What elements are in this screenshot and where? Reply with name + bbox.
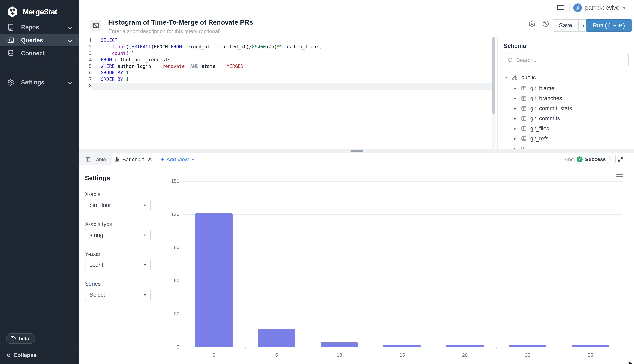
tab-bar-chart[interactable]: Bar chart ✕ — [112, 153, 154, 166]
query-title[interactable]: Histogram of Time-To-Merge of Renovate P… — [108, 18, 253, 26]
save-button[interactable]: Save — [553, 20, 578, 31]
resize-handle[interactable] — [350, 150, 364, 152]
close-tab-icon[interactable]: ✕ — [148, 156, 152, 163]
save-split-button: Save ▾ — [552, 19, 589, 32]
user-menu-caret-icon[interactable]: ▾ — [623, 5, 626, 11]
code-line-5[interactable]: WHERE author_login = 'renovate' AND stat… — [101, 63, 246, 70]
line-number: 2 — [80, 44, 92, 50]
schema-search-input[interactable] — [516, 57, 625, 63]
caret-right-icon[interactable]: ▸ — [514, 106, 521, 111]
plus-icon: + — [161, 156, 164, 163]
add-view-button[interactable]: + Add View ▾ — [161, 153, 194, 166]
sidebar-item-label: Queries — [21, 37, 66, 44]
gridline — [182, 248, 622, 248]
line-number: 5 — [80, 63, 92, 70]
sql-editor[interactable]: 12345678 SELECT floor((EXTRACT(EPOCH FRO… — [79, 36, 497, 149]
caret-down-icon[interactable]: ▾ — [505, 75, 512, 80]
code-line-2[interactable]: floor((EXTRACT(EPOCH FROM merged_at - cr… — [101, 44, 322, 50]
select-x-axis[interactable]: bin_floor▾ — [85, 199, 150, 212]
query-description-placeholder[interactable]: Enter a short description for this query… — [108, 28, 221, 34]
x-axis-tick — [245, 347, 246, 350]
tab-bar-chart-label: Bar chart — [122, 156, 144, 162]
sql-token — [221, 64, 224, 69]
collapse-sidebar-button[interactable]: « Collapse — [6, 352, 37, 358]
documentation-book-icon[interactable] — [557, 4, 564, 12]
x-axis-line — [182, 347, 622, 348]
code-line-3[interactable]: count(*) — [101, 50, 134, 56]
caret-right-icon[interactable]: ▸ — [514, 96, 521, 101]
gear-icon — [7, 79, 14, 86]
schema-node-label: public — [521, 74, 536, 80]
bar-25 — [509, 345, 546, 347]
code-line-4[interactable]: FROM github_pull_requests — [101, 56, 171, 63]
query-settings-gear-icon[interactable] — [528, 20, 536, 28]
code-line-7[interactable]: ORDER BY 1 — [101, 76, 129, 82]
schema-table-git_commits[interactable]: ▸git_commits — [498, 114, 634, 124]
tab-table[interactable]: Table — [79, 153, 112, 166]
line-number: 4 — [80, 56, 92, 63]
terminal-icon — [93, 22, 99, 29]
editor-scrollbar-thumb[interactable] — [492, 37, 495, 114]
sql-token: SELECT — [101, 38, 118, 43]
select-caret-icon: ▾ — [144, 263, 146, 268]
schema-table-git_branches[interactable]: ▸git_branches — [498, 93, 634, 103]
sql-token: - — [213, 44, 216, 50]
expand-arrows-icon — [618, 156, 623, 162]
schema-table-git_refs[interactable]: ▸git_refs — [498, 134, 634, 144]
code-line-6[interactable]: GROUP BY 1 — [101, 70, 129, 76]
sidebar-item-connect[interactable]: Connect — [0, 47, 79, 60]
y-axis-tick-label: 30 — [158, 311, 180, 316]
avatar[interactable] — [573, 4, 582, 12]
gridline — [182, 314, 622, 314]
sidebar-item-repos[interactable]: Repos — [0, 21, 79, 34]
bar-chart-view: 0306090120150051015202535 — [157, 166, 634, 364]
topbar-separator — [569, 4, 570, 12]
select-y-axis[interactable]: count▾ — [85, 259, 150, 271]
expand-results-button[interactable] — [616, 154, 625, 164]
user-menu[interactable]: patrickdevivo — [585, 4, 620, 11]
caret-right-icon[interactable]: ▸ — [514, 116, 521, 121]
active-line-highlight — [92, 83, 492, 90]
schema-table-git_files[interactable]: ▸git_files — [498, 124, 634, 134]
sql-token: floor — [112, 44, 126, 50]
sidebar-item-settings[interactable]: Settings — [0, 76, 79, 89]
run-button[interactable]: Run (⇧ + ↵) — [586, 19, 632, 32]
caret-right-icon[interactable]: ▸ — [514, 126, 521, 131]
sql-token: * — [277, 44, 280, 50]
schema-table-label: git_refs — [530, 136, 548, 142]
select-caret-icon: ▾ — [144, 233, 146, 238]
schema-table-label: git_commits — [530, 115, 560, 122]
schema-table-git_blame[interactable]: ▸git_blame — [498, 83, 634, 93]
table-icon — [521, 106, 527, 111]
chart-menu-icon[interactable] — [616, 174, 623, 178]
caret-right-icon[interactable]: ▸ — [514, 136, 521, 141]
x-axis-tick-label: 35 — [575, 352, 606, 358]
query-history-icon[interactable] — [542, 20, 550, 28]
beta-label: beta — [19, 336, 29, 342]
sql-token: GROUP BY — [101, 70, 123, 76]
sidebar-item-queries[interactable]: Queries — [0, 34, 79, 47]
schema-search-box — [504, 53, 629, 67]
status-badge: ✓ Success — [574, 155, 611, 164]
schema-node-public[interactable]: ▾public — [498, 72, 634, 83]
caret-right-icon[interactable]: ▸ — [514, 86, 521, 90]
schema-table-clipped[interactable]: ▸ — [498, 144, 634, 149]
sql-token: as — [286, 44, 291, 50]
caret-right-icon[interactable]: ▸ — [514, 146, 521, 149]
sql-token: EXTRACT — [132, 44, 151, 50]
sidebar-nav: ReposQueriesConnectSettings — [0, 21, 79, 89]
sql-token: bin_floor, — [291, 44, 322, 50]
brand-logo[interactable]: MergeStat — [6, 6, 57, 18]
pane-resize-divider[interactable] — [79, 149, 634, 153]
sql-token: merged_at — [182, 44, 213, 50]
sql-token — [101, 44, 112, 50]
schema-table-git_commit_stats[interactable]: ▸git_commit_stats — [498, 103, 634, 114]
table-icon — [521, 85, 527, 91]
table-icon — [521, 146, 527, 149]
gridline — [182, 281, 622, 281]
sidebar-item-label: Connect — [21, 50, 72, 57]
select-series[interactable]: Select▾ — [85, 289, 150, 301]
tab-table-label: Table — [94, 156, 106, 162]
code-line-1[interactable]: SELECT — [101, 37, 118, 44]
select-x-axis-type[interactable]: string▾ — [85, 229, 150, 241]
